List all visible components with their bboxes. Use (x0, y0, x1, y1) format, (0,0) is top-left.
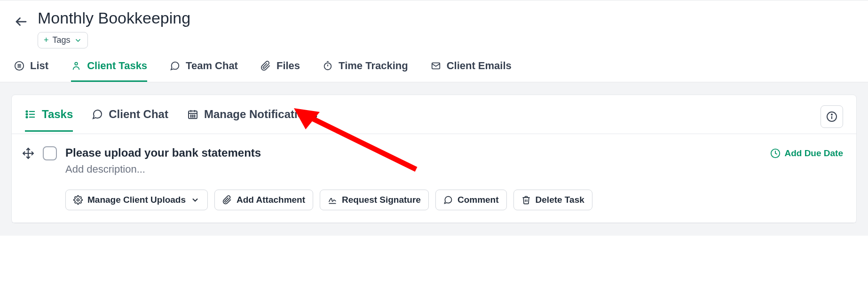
request-signature-button[interactable]: Request Signature (320, 190, 429, 210)
svg-point-22 (194, 115, 195, 116)
tab-team-chat-label: Team Chat (186, 60, 238, 72)
svg-point-34 (77, 199, 79, 201)
page-title: Monthly Bookkeeping (38, 9, 190, 27)
svg-point-5 (75, 63, 78, 65)
comment-label: Comment (458, 195, 499, 205)
main-tabs: List Client Tasks Team Chat Files Time T… (0, 48, 868, 82)
tab-team-chat[interactable]: Team Chat (170, 60, 238, 82)
tab-client-emails-label: Client Emails (447, 60, 512, 72)
tab-list-label: List (30, 60, 48, 72)
tab-time-tracking-label: Time Tracking (339, 60, 408, 72)
svg-point-21 (192, 115, 193, 116)
svg-point-14 (26, 113, 28, 115)
sub-tabs: Tasks Client Chat Manage Notifications (12, 95, 856, 134)
trash-icon (521, 195, 531, 205)
signature-icon (328, 195, 337, 205)
chevron-down-icon (190, 195, 200, 205)
subtab-client-chat[interactable]: Client Chat (92, 108, 168, 132)
tags-label: Tags (53, 35, 71, 45)
content-wrap: Tasks Client Chat Manage Notifications (0, 82, 868, 236)
svg-point-15 (26, 116, 28, 118)
list-icon (14, 61, 24, 71)
svg-point-28 (831, 114, 832, 115)
svg-point-23 (190, 116, 191, 117)
tags-button[interactable]: + Tags (38, 32, 88, 48)
add-due-date-label: Add Due Date (784, 148, 843, 159)
tab-time-tracking[interactable]: Time Tracking (323, 60, 408, 82)
svg-point-24 (192, 116, 193, 117)
comment-button[interactable]: Comment (435, 190, 507, 210)
task-body: Please upload your bank statements Add d… (65, 146, 762, 210)
delete-task-label: Delete Task (536, 195, 584, 205)
header-row: Monthly Bookkeeping + Tags (0, 0, 868, 48)
add-due-date-button[interactable]: Add Due Date (770, 148, 843, 159)
info-icon (826, 111, 837, 122)
subtab-manage-notifications[interactable]: Manage Notifications (187, 108, 317, 132)
panel: Tasks Client Chat Manage Notifications (11, 95, 857, 223)
add-attachment-label: Add Attachment (237, 195, 305, 205)
subtab-manage-notifications-label: Manage Notifications (204, 108, 317, 121)
manage-client-uploads-label: Manage Client Uploads (87, 195, 186, 205)
comment-icon (443, 195, 453, 205)
subtab-tasks-label: Tasks (42, 108, 73, 121)
paperclip-icon (260, 61, 271, 71)
move-icon (22, 147, 34, 159)
gear-icon (73, 195, 83, 205)
tab-client-tasks-label: Client Tasks (87, 60, 147, 72)
subtab-client-chat-label: Client Chat (109, 108, 168, 121)
person-icon (71, 61, 81, 71)
tab-list[interactable]: List (14, 60, 48, 82)
request-signature-label: Request Signature (342, 195, 421, 205)
stopwatch-icon (323, 61, 333, 71)
plus-icon: + (44, 35, 49, 45)
chat-bubble-icon (92, 109, 103, 120)
paperclip-icon (222, 195, 232, 205)
arrow-left-icon (14, 15, 28, 29)
task-action-row: Manage Client Uploads Add Attachment Req… (65, 190, 762, 210)
svg-point-13 (26, 111, 28, 112)
chat-icon (170, 61, 180, 71)
add-attachment-button[interactable]: Add Attachment (214, 190, 313, 210)
tab-files-label: Files (276, 60, 300, 72)
chevron-down-icon (74, 37, 82, 44)
task-row: Please upload your bank statements Add d… (12, 134, 856, 223)
info-button[interactable] (821, 105, 843, 128)
tab-client-emails[interactable]: Client Emails (431, 60, 512, 82)
svg-point-25 (194, 116, 195, 117)
task-description-placeholder[interactable]: Add description... (65, 163, 762, 175)
calendar-icon (187, 109, 198, 120)
envelope-icon (431, 61, 441, 71)
task-checkbox[interactable] (43, 146, 57, 160)
clock-icon (770, 148, 781, 159)
back-button[interactable] (14, 15, 28, 31)
tab-client-tasks[interactable]: Client Tasks (71, 60, 147, 82)
delete-task-button[interactable]: Delete Task (513, 190, 592, 210)
svg-point-20 (190, 115, 191, 116)
drag-handle[interactable] (22, 147, 34, 161)
task-title: Please upload your bank statements (65, 146, 762, 159)
manage-client-uploads-button[interactable]: Manage Client Uploads (65, 190, 208, 210)
tab-files[interactable]: Files (260, 60, 300, 82)
tasks-list-icon (25, 109, 36, 120)
subtab-tasks[interactable]: Tasks (25, 108, 73, 132)
